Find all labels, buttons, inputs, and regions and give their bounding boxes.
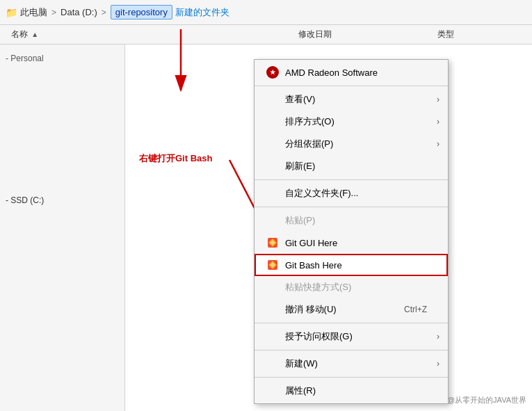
props-icon [266,384,280,398]
menu-item-amd[interactable]: ★ AMD Radeon Software [255,61,448,83]
menu-sep-4 [255,323,448,323]
sort-arrow-icon: ▲ [31,31,38,38]
access-icon [266,330,280,344]
menu-label-undo: 撤消 移动(U) [285,303,337,316]
arrow-icon-group: › [437,139,440,149]
arrow-icon-sort: › [437,117,440,127]
sidebar-item-personal[interactable]: - Personal [0,50,124,67]
sidebar: - Personal - SSD (C:) [0,45,125,411]
menu-item-gitbash[interactable]: Git Bash Here [255,254,448,276]
sidebar-item-ssd[interactable]: - SSD (C:) [0,192,124,209]
undo-icon [266,303,280,316]
menu-label-group: 分组依据(P) [285,138,333,150]
menu-item-access[interactable]: 授予访问权限(G) › [255,325,448,348]
menu-item-sort[interactable]: 排序方式(O) › [255,111,448,133]
address-segment-data[interactable]: Data (D:) [61,7,97,17]
sidebar-spacer-5 [0,122,124,136]
menu-sep-5 [255,350,448,350]
menu-item-pasteshortcut[interactable]: 粘贴快捷方式(S) [255,276,448,298]
menu-label-paste: 粘贴(P) [285,214,315,227]
arrow-icon-view: › [437,95,440,104]
menu-label-new: 新建(W) [285,357,318,370]
col-type-header[interactable]: 类型 [437,29,521,40]
menu-item-group[interactable]: 分组依据(P) › [255,133,448,155]
menu-item-paste[interactable]: 粘贴(P) [255,209,448,232]
paste-shortcut-icon [266,280,280,294]
sidebar-spacer-1 [0,67,124,81]
git-gui-icon [266,236,280,250]
menu-sep-3 [255,207,448,207]
menu-item-view[interactable]: 查看(V) › [255,88,448,111]
refresh-icon [266,159,280,173]
sidebar-spacer-3 [0,95,124,108]
undo-shortcut: Ctrl+Z [404,305,427,314]
menu-label-view: 查看(V) [285,93,315,106]
menu-label-pasteshortcut: 粘贴快捷方式(S) [285,281,351,293]
sidebar-spacer-6 [0,136,124,150]
menu-label-access: 授予访问权限(G) [285,330,353,343]
sidebar-spacer-7 [0,150,124,164]
explorer-window: 此电脑 > Data (D:) > git-repository 新建的文件夹 … [0,0,532,411]
git-bash-icon [266,258,280,272]
col-date-header[interactable]: 修改日期 [298,29,437,40]
menu-sep-6 [255,377,448,378]
menu-label-gitbash: Git Bash Here [285,260,342,271]
address-segment-gitrepo[interactable]: git-repository [111,5,172,19]
menu-label-props: 属性(R) [285,385,316,397]
menu-item-customize[interactable]: 自定义文件夹(F)... [255,182,448,204]
menu-label-amd: AMD Radeon Software [285,67,378,78]
address-bar: 此电脑 > Data (D:) > git-repository 新建的文件夹 [0,0,532,25]
arrow-icon-new: › [437,359,440,369]
address-sep-2: > [102,8,106,17]
col-name-header[interactable]: 名称 ▲ [11,29,298,40]
paste-icon [266,213,280,227]
group-icon [266,137,280,151]
sort-icon [266,115,280,129]
address-sep-1: > [51,8,56,17]
sidebar-spacer-4 [0,108,124,122]
sidebar-spacer-2 [0,81,124,95]
new-icon [266,357,280,371]
menu-label-refresh: 刷新(E) [285,160,315,172]
arrow-icon-access: › [437,332,440,341]
column-headers: 名称 ▲ 修改日期 类型 [0,25,532,45]
menu-label-sort: 排序方式(O) [285,115,334,128]
menu-sep-2 [255,179,448,180]
menu-label-gitgui: Git GUI Here [285,238,337,248]
amd-icon: ★ [266,65,280,79]
sidebar-spacer-9 [0,178,124,192]
annotation-text: 右键打开Git Bash [139,152,212,165]
menu-item-new[interactable]: 新建(W) › [255,353,448,375]
menu-sep-1 [255,86,448,86]
menu-label-customize: 自定义文件夹(F)... [285,187,358,200]
sidebar-spacer-8 [0,164,124,178]
menu-item-undo[interactable]: 撤消 移动(U) Ctrl+Z [255,298,448,321]
menu-item-props[interactable]: 属性(R) [255,380,448,402]
menu-item-gitgui[interactable]: Git GUI Here [255,232,448,254]
address-segment-newfolder: 新建的文件夹 [175,6,229,19]
context-menu: ★ AMD Radeon Software 查看(V) › 排序方式(O) › … [254,59,449,404]
menu-item-refresh[interactable]: 刷新(E) [255,155,448,177]
customize-icon [266,186,280,200]
view-icon [266,92,280,106]
address-segment-pc[interactable]: 此电脑 [6,6,47,19]
